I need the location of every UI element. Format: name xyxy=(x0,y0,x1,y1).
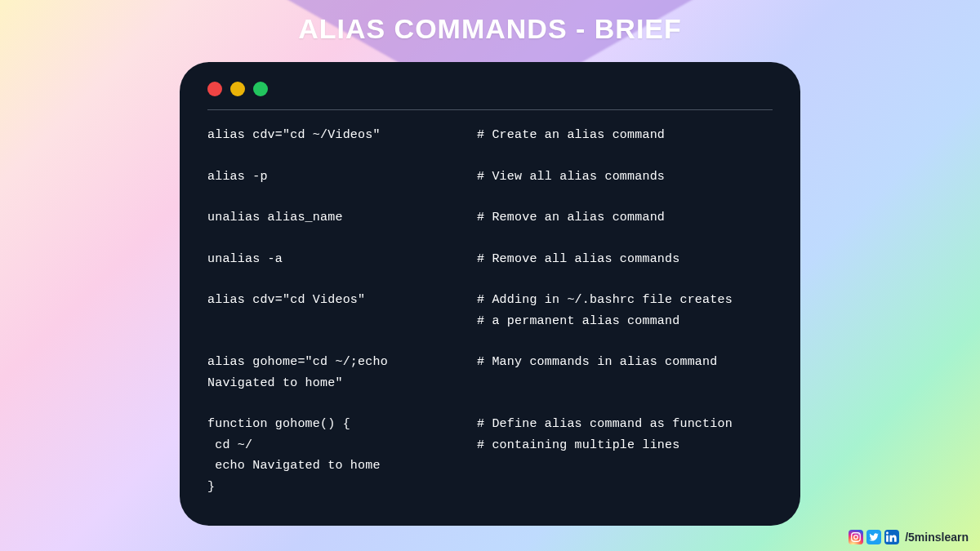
command-text: unalias alias_name xyxy=(207,207,477,229)
code-row: alias cdv="cd Videos"# Adding in ~/.bash… xyxy=(207,290,773,311)
command-text: cd ~/ xyxy=(207,435,477,456)
code-row: function gohome() {# Define alias comman… xyxy=(207,414,773,435)
command-text: alias -p xyxy=(207,167,477,188)
instagram-icon[interactable] xyxy=(849,530,863,544)
window-controls xyxy=(207,82,773,110)
command-text: } xyxy=(207,477,477,498)
block-spacer xyxy=(207,146,773,167)
command-text: alias cdv="cd Videos" xyxy=(207,290,477,311)
block-spacer xyxy=(207,187,773,207)
code-row: echo Navigated to home xyxy=(207,455,773,477)
command-text: echo Navigated to home xyxy=(207,455,477,477)
command-text: alias cdv="cd ~/Videos" xyxy=(207,125,477,146)
svg-point-2 xyxy=(858,534,859,535)
social-handle: /5minslearn xyxy=(905,531,969,544)
page-title: ALIAS COMMANDS - BRIEF xyxy=(0,13,980,45)
maximize-icon xyxy=(253,82,268,96)
command-text: function gohome() { xyxy=(207,414,477,435)
command-text: alias gohome="cd ~/;echo xyxy=(207,352,477,373)
block-spacer xyxy=(207,229,773,249)
comment-text: # Adding in ~/.bashrc file creates xyxy=(477,290,733,311)
comment-text: # Many commands in alias command xyxy=(477,352,717,373)
social-links: /5minslearn xyxy=(849,530,969,544)
code-row: unalias -a# Remove all alias commands xyxy=(207,249,773,270)
code-row: alias -p# View all alias commands xyxy=(207,167,773,188)
comment-text: # containing multiple lines xyxy=(477,435,679,456)
comment-text: # Define alias command as function xyxy=(477,414,733,435)
block-spacer xyxy=(207,331,773,352)
command-text: Navigated to home" xyxy=(207,373,477,394)
comment-text: # Remove all alias commands xyxy=(477,249,679,270)
minimize-icon xyxy=(230,82,245,96)
block-spacer xyxy=(207,393,773,414)
code-row: alias gohome="cd ~/;echo# Many commands … xyxy=(207,352,773,373)
close-icon xyxy=(207,82,222,96)
code-row: } xyxy=(207,477,773,498)
command-text xyxy=(207,311,477,332)
code-row: cd ~/# containing multiple lines xyxy=(207,435,773,456)
svg-point-1 xyxy=(854,535,858,540)
svg-rect-0 xyxy=(852,533,861,542)
code-row: alias cdv="cd ~/Videos"# Create an alias… xyxy=(207,125,773,146)
code-row: unalias alias_name# Remove an alias comm… xyxy=(207,207,773,229)
command-text: unalias -a xyxy=(207,249,477,270)
code-block: alias cdv="cd ~/Videos"# Create an alias… xyxy=(207,125,773,497)
comment-text: # View all alias commands xyxy=(477,167,665,188)
comment-text: # Remove an alias command xyxy=(477,207,665,229)
block-spacer xyxy=(207,269,773,290)
terminal-window: alias cdv="cd ~/Videos"# Create an alias… xyxy=(180,62,800,526)
comment-text: # Create an alias command xyxy=(477,125,665,146)
twitter-icon[interactable] xyxy=(866,530,881,544)
code-row: Navigated to home" xyxy=(207,373,773,394)
linkedin-icon[interactable] xyxy=(884,530,899,544)
code-row: # a permanent alias command xyxy=(207,311,773,332)
comment-text: # a permanent alias command xyxy=(477,311,679,332)
